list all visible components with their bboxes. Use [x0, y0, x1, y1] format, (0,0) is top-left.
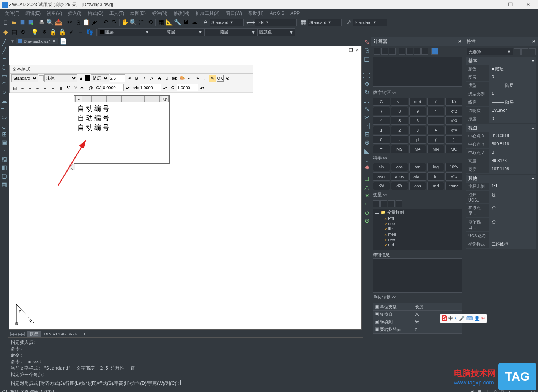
make-current-icon[interactable]: ✓	[68, 28, 75, 36]
menu-item[interactable]: 绘图(D)	[127, 10, 149, 17]
prop-row[interactable]: 每个视口...否	[466, 218, 536, 232]
calc-button[interactable]: +	[427, 126, 444, 134]
close-button[interactable]: ✕	[523, 2, 533, 8]
paste-icon[interactable]: 📋	[82, 19, 90, 26]
gradient-icon[interactable]: ◧	[0, 164, 8, 171]
calc-sci-button[interactable]: asin	[373, 172, 390, 181]
ruler-left-tab-icon[interactable]: L	[75, 96, 82, 102]
pline-icon[interactable]: ⌐	[0, 55, 8, 63]
bold-icon[interactable]: B	[133, 75, 140, 82]
mtext-editor[interactable]: L ◁▷ 自动编号 自动编号 自动编号 ▵▿	[74, 95, 170, 164]
dim-style-combo[interactable]: DIN▼	[255, 19, 297, 26]
prop-row[interactable]: 中心点 Z0	[466, 149, 536, 157]
block-icon[interactable]: ▣	[0, 139, 8, 146]
doc-min-icon[interactable]: —	[341, 47, 347, 53]
options-icon[interactable]: ⋮	[202, 75, 208, 82]
calc-button[interactable]: x^2	[445, 107, 462, 115]
var-item[interactable]: xPhi	[373, 216, 462, 221]
mtext-height-handle-icon[interactable]: ▵▿	[69, 164, 75, 170]
tab-add-icon[interactable]: 📄	[58, 38, 69, 45]
calc-button[interactable]: 2	[391, 126, 408, 134]
calc-sci-button[interactable]: 10^x	[445, 163, 462, 171]
dim-style-icon[interactable]: ⟷	[247, 19, 254, 26]
ellipse-arc-icon[interactable]: ◡	[0, 122, 8, 129]
ruler-icon[interactable]: ↶	[186, 75, 193, 82]
explode-icon[interactable]: ✸	[363, 164, 371, 171]
unit-row[interactable]: ▣ 要转换的值0	[373, 326, 462, 334]
oblique-icon[interactable]: Ø/	[95, 84, 102, 91]
calc-var-hdr[interactable]: 变量	[373, 190, 462, 200]
circle-icon[interactable]: ○	[0, 88, 8, 96]
copy2-icon[interactable]: ⎘	[363, 47, 371, 54]
ruler-width-handle-icon[interactable]: ◁▷	[162, 96, 169, 102]
calc-sci-button[interactable]: ln	[427, 172, 444, 181]
calc-sci-button[interactable]: d2r	[391, 182, 408, 190]
font-select[interactable]: 宋体	[44, 74, 77, 82]
layout-next-icon[interactable]: ▶	[18, 332, 21, 336]
calc-help-icon[interactable]	[431, 48, 438, 55]
calc-button[interactable]: x^3	[445, 116, 462, 125]
extend-icon[interactable]: →|	[363, 122, 371, 129]
ok-button[interactable]: OK	[217, 75, 224, 82]
match-icon[interactable]: 🖌	[91, 19, 98, 26]
numbering-icon[interactable]: ⅟	[65, 84, 71, 91]
file-tab[interactable]: Drawing3.dwg* ✕	[16, 38, 58, 44]
uppercase-icon[interactable]: Aa	[80, 84, 87, 91]
undo-icon[interactable]: ↶	[102, 19, 109, 26]
menu-item[interactable]: 工具(T)	[106, 10, 127, 17]
calc-display[interactable]	[373, 57, 462, 87]
tool-icon[interactable]: 🔧	[174, 19, 181, 26]
layout-prev-icon[interactable]: ◀	[14, 332, 17, 336]
line-icon[interactable]: ╱	[0, 38, 8, 46]
polygon-icon[interactable]: ⬡	[0, 63, 8, 71]
join-icon[interactable]: ⊕	[363, 139, 371, 146]
command-input[interactable]: 指定对角点或 [对齐方式(J)/行距(L)/旋转(R)/样式(S)/字高(H)/…	[8, 379, 363, 387]
menu-item[interactable]: 修改(M)	[170, 10, 192, 17]
zoom-win-icon[interactable]: ⬚	[138, 19, 145, 26]
calc-button[interactable]: C	[373, 98, 390, 106]
insert-icon[interactable]: ⊞	[0, 130, 8, 138]
mleader-style-combo[interactable]: Standard▼	[353, 19, 387, 26]
prop-close-icon[interactable]: ✕	[532, 39, 536, 44]
prop-row[interactable]: 颜色■ 随层	[466, 65, 536, 73]
width1-input[interactable]	[140, 84, 161, 91]
width2-input[interactable]	[177, 84, 198, 91]
prop-quick-icon[interactable]	[529, 48, 536, 55]
calc-button[interactable]: 8	[391, 107, 408, 115]
menu-item[interactable]: 文件(F)	[2, 10, 22, 17]
var-item[interactable]: xille	[373, 226, 462, 231]
layer-combo[interactable]: 随层▼	[98, 28, 151, 36]
width1-spin-icon[interactable]: ▴▾	[162, 84, 169, 91]
var-item[interactable]: xdee	[373, 221, 462, 226]
doc-close-icon[interactable]: ✕	[355, 47, 360, 53]
calc-var-tree[interactable]: ▬📁变量样例 xPhixdeexillexmeexneexrad	[373, 209, 462, 250]
prop-row[interactable]: 中心点 Y309.8116	[466, 140, 536, 149]
menu-item[interactable]: 视图(V)	[44, 10, 65, 17]
prop-row[interactable]: 透明度ByLayer	[466, 107, 536, 115]
saveas-icon[interactable]	[27, 19, 35, 26]
design-icon[interactable]: 📐	[166, 19, 173, 26]
layout-tab-add[interactable]: +	[80, 332, 88, 336]
prop-group-header[interactable]: 基本▾	[466, 57, 536, 65]
mtext-ruler[interactable]: L ◁▷	[74, 96, 169, 102]
underline-icon[interactable]: U	[164, 75, 170, 82]
layer-freeze-icon[interactable]: ❄	[40, 28, 48, 36]
ellipse-icon[interactable]: ⬭	[0, 113, 8, 121]
save-icon[interactable]	[19, 19, 26, 26]
calc-sci-button[interactable]: tan	[409, 163, 426, 171]
prop-row[interactable]: 线型比例1	[466, 90, 536, 98]
calc-button[interactable]: MR	[427, 145, 444, 153]
calc-button[interactable]: MS	[391, 145, 408, 153]
calc-button[interactable]: 0	[373, 135, 390, 144]
stack-icon[interactable]: a/b	[171, 75, 178, 82]
calc-clear-icon[interactable]	[374, 48, 380, 55]
var-item[interactable]: xmee	[373, 231, 462, 237]
calc-button[interactable]: 4	[373, 116, 390, 125]
print-icon[interactable]	[38, 19, 46, 26]
layout-tab-1[interactable]: DIN A1 Title Block	[41, 332, 80, 336]
prop-pickadd-icon[interactable]	[514, 48, 521, 55]
xline-icon[interactable]: ╱	[0, 47, 8, 54]
text-color-select[interactable]: 随层	[91, 74, 109, 82]
erase-icon[interactable]: ✎	[363, 38, 371, 46]
osnap-qua-icon[interactable]: ◇	[363, 208, 371, 216]
